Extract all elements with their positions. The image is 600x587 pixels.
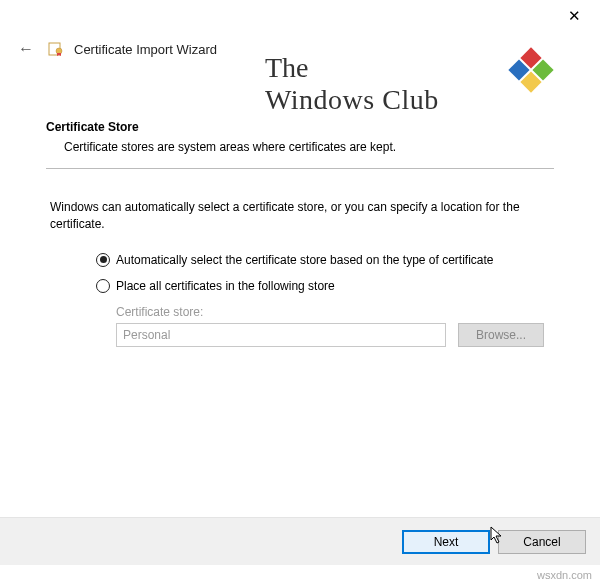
wizard-title: Certificate Import Wizard <box>74 42 217 57</box>
radio-manual-store[interactable]: Place all certificates in the following … <box>96 279 554 293</box>
titlebar: ✕ <box>0 0 600 30</box>
instruction-text: Windows can automatically select a certi… <box>46 199 554 233</box>
divider <box>46 168 554 169</box>
radio-group: Automatically select the certificate sto… <box>46 253 554 293</box>
content-area: Certificate Store Certificate stores are… <box>0 64 600 347</box>
next-button[interactable]: Next <box>402 530 490 554</box>
radio-manual-label: Place all certificates in the following … <box>116 279 335 293</box>
wizard-window: ✕ ← Certificate Import Wizard The Window… <box>0 0 600 587</box>
store-section: Certificate store: Browse... <box>46 305 554 347</box>
certificate-store-input <box>116 323 446 347</box>
header: ← Certificate Import Wizard <box>0 30 600 64</box>
back-arrow-icon[interactable]: ← <box>14 38 38 60</box>
radio-auto-select[interactable]: Automatically select the certificate sto… <box>96 253 554 267</box>
close-button[interactable]: ✕ <box>554 4 594 28</box>
radio-auto-label: Automatically select the certificate sto… <box>116 253 494 267</box>
radio-icon <box>96 253 110 267</box>
cancel-button[interactable]: Cancel <box>498 530 586 554</box>
certificate-icon <box>48 41 64 57</box>
section-title: Certificate Store <box>46 120 554 134</box>
section-description: Certificate stores are system areas wher… <box>46 140 554 154</box>
radio-icon <box>96 279 110 293</box>
browse-button: Browse... <box>458 323 544 347</box>
footer: Next Cancel <box>0 517 600 565</box>
store-row: Browse... <box>116 323 554 347</box>
store-label: Certificate store: <box>116 305 554 319</box>
attribution: wsxdn.com <box>537 569 592 581</box>
